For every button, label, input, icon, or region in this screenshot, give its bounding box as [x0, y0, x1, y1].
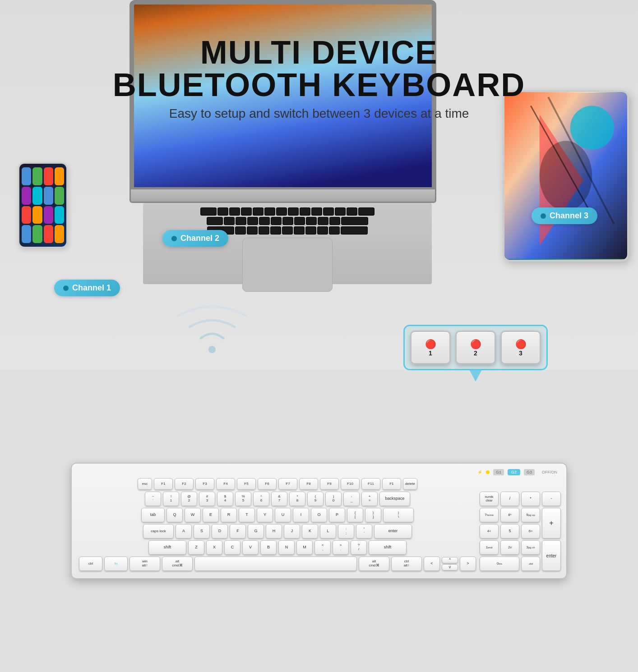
numpad-divide[interactable]: /	[500, 492, 519, 506]
key-f1[interactable]: F1	[154, 478, 173, 490]
numpad-8[interactable]: 8^	[500, 508, 519, 522]
key-backslash[interactable]: |\	[383, 508, 414, 522]
key-shift-l[interactable]: shift	[148, 540, 186, 555]
key-capslock[interactable]: caps lock	[143, 524, 174, 539]
key-quote[interactable]: "'	[356, 524, 372, 539]
key-f9[interactable]: F9	[320, 478, 339, 490]
key-equals[interactable]: +=	[361, 492, 378, 506]
key-q[interactable]: Q	[166, 508, 183, 522]
key-f3[interactable]: F3	[195, 478, 214, 490]
numpad-3[interactable]: 3pg ch	[521, 540, 540, 555]
key-a[interactable]: A	[176, 524, 192, 539]
key-f5[interactable]: F5	[237, 478, 256, 490]
key-f1b[interactable]: F1	[382, 478, 401, 490]
numpad-5[interactable]: 5	[500, 524, 519, 539]
key-alt-l[interactable]: altcmd⌘	[162, 557, 193, 571]
key-arrow-up[interactable]: ^	[442, 557, 458, 563]
key-c[interactable]: C	[224, 540, 240, 555]
keyboard-section: ⚡ G1 G2 G3 OFF/ON esc F1 F2 F	[0, 370, 638, 672]
key-enter[interactable]: enter	[374, 524, 412, 539]
key-w[interactable]: W	[185, 508, 201, 522]
bt-key-1[interactable]: 🔴 1	[410, 331, 451, 364]
key-9[interactable]: (9	[307, 492, 324, 506]
key-1[interactable]: !1	[163, 492, 179, 506]
key-g[interactable]: G	[248, 524, 264, 539]
bt-key-2[interactable]: 🔴 2	[455, 331, 496, 364]
numpad-0[interactable]: 0ins	[480, 557, 519, 571]
key-bracket-r[interactable]: }]	[365, 508, 381, 522]
key-d[interactable]: D	[212, 524, 228, 539]
key-bracket-l[interactable]: {[	[347, 508, 363, 522]
bt-key-3[interactable]: 🔴 3	[500, 331, 541, 364]
key-f[interactable]: F	[230, 524, 246, 539]
numpad-2[interactable]: 2v	[500, 540, 519, 555]
numpad-multiply[interactable]: *	[521, 492, 540, 506]
key-8[interactable]: *8	[289, 492, 305, 506]
key-delete[interactable]: delete	[403, 478, 417, 490]
key-space[interactable]	[194, 557, 357, 571]
key-5[interactable]: %5	[235, 492, 251, 506]
key-f7[interactable]: F7	[278, 478, 297, 490]
key-esc[interactable]: esc	[138, 478, 152, 490]
numpad-6[interactable]: 6>	[521, 524, 540, 539]
numpad-1[interactable]: 1end	[480, 540, 499, 555]
key-slash[interactable]: ?/	[351, 540, 367, 555]
key-f2[interactable]: F2	[175, 478, 194, 490]
numpad-plus[interactable]: +	[542, 508, 561, 539]
key-k[interactable]: K	[302, 524, 318, 539]
numpad-enter[interactable]: enter	[542, 540, 561, 571]
key-ctrl-l[interactable]: ctrl	[79, 557, 102, 571]
key-v[interactable]: V	[242, 540, 259, 555]
key-u[interactable]: U	[275, 508, 291, 522]
key-p[interactable]: P	[329, 508, 345, 522]
key-r[interactable]: R	[221, 508, 237, 522]
laptop-trackpad	[242, 238, 333, 292]
numpad-9[interactable]: 9pg up	[521, 508, 540, 522]
key-i[interactable]: I	[293, 508, 309, 522]
key-period[interactable]: >.	[333, 540, 349, 555]
key-x[interactable]: X	[206, 540, 222, 555]
key-t[interactable]: T	[239, 508, 255, 522]
key-ctrl-r[interactable]: ctrlalt↑	[391, 557, 422, 571]
numpad-7[interactable]: 7home	[480, 508, 499, 522]
key-f4[interactable]: F4	[216, 478, 235, 490]
key-0[interactable]: )0	[325, 492, 342, 506]
key-e[interactable]: E	[203, 508, 219, 522]
key-minus[interactable]: -_	[343, 492, 360, 506]
key-m[interactable]: M	[296, 540, 313, 555]
key-2[interactable]: @2	[181, 492, 197, 506]
key-win[interactable]: winalt↑	[129, 557, 160, 571]
key-f6[interactable]: F6	[258, 478, 277, 490]
key-shift-r[interactable]: shift	[369, 540, 407, 555]
key-l[interactable]: L	[320, 524, 336, 539]
key-o[interactable]: O	[311, 508, 327, 522]
key-j[interactable]: J	[284, 524, 300, 539]
key-arrow-left[interactable]: <	[424, 557, 440, 571]
key-n[interactable]: N	[278, 540, 295, 555]
key-y[interactable]: Y	[257, 508, 273, 522]
key-f11[interactable]: F11	[361, 478, 380, 490]
key-alt-r[interactable]: altcmd⌘	[359, 557, 389, 571]
key-3[interactable]: #3	[199, 492, 215, 506]
key-backspace[interactable]: backspace	[379, 492, 410, 506]
key-f8[interactable]: F8	[299, 478, 318, 490]
key-f10[interactable]: F10	[341, 478, 360, 490]
key-arrow-right[interactable]: >	[460, 557, 476, 571]
key-h[interactable]: H	[266, 524, 282, 539]
key-arrow-down[interactable]: v	[442, 564, 458, 571]
key-b[interactable]: B	[260, 540, 277, 555]
key-backtick[interactable]: ~`	[145, 492, 161, 506]
numpad-numlock[interactable]: numtkclear	[480, 492, 499, 506]
key-z[interactable]: Z	[188, 540, 204, 555]
key-6[interactable]: ^6	[253, 492, 269, 506]
key-7[interactable]: &7	[271, 492, 287, 506]
key-comma[interactable]: <,	[314, 540, 331, 555]
key-4[interactable]: $4	[217, 492, 233, 506]
numpad-minus[interactable]: -	[542, 492, 561, 506]
numpad-dot[interactable]: .del	[521, 557, 540, 571]
key-fn[interactable]: fn	[104, 557, 128, 571]
key-tab[interactable]: tab	[141, 508, 165, 522]
numpad-4[interactable]: 4<	[480, 524, 499, 539]
key-s[interactable]: S	[194, 524, 210, 539]
key-semicolon[interactable]: :;	[338, 524, 354, 539]
